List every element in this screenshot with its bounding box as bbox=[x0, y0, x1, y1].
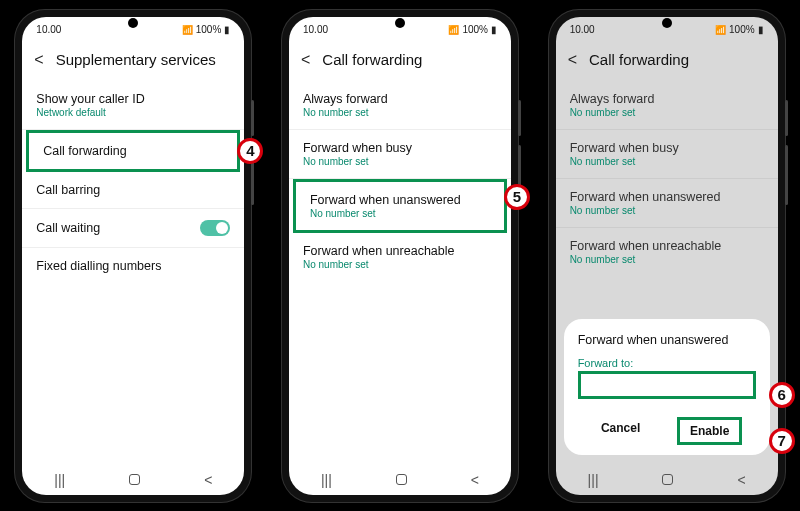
status-time: 10.00 bbox=[36, 24, 61, 35]
battery-text: 100% bbox=[196, 24, 222, 35]
battery-icon: ▮ bbox=[224, 24, 230, 35]
item-sub: No number set bbox=[303, 107, 497, 118]
item-sub: No number set bbox=[303, 259, 497, 270]
item-call-waiting[interactable]: Call waiting bbox=[22, 209, 244, 248]
nav-recents-icon[interactable]: ||| bbox=[588, 472, 599, 488]
item-fixed-dialling[interactable]: Fixed dialling numbers bbox=[22, 248, 244, 284]
camera-notch bbox=[662, 18, 672, 28]
item-caller-id[interactable]: Show your caller ID Network default bbox=[22, 81, 244, 130]
page-title: Call forwarding bbox=[322, 51, 422, 68]
step-number: 5 bbox=[513, 188, 521, 205]
dialog-title: Forward when unanswered bbox=[578, 333, 756, 347]
step-number: 4 bbox=[246, 142, 254, 159]
item-forward-busy: Forward when busy No number set bbox=[556, 130, 778, 179]
back-icon[interactable]: < bbox=[568, 51, 577, 69]
page-title: Supplementary services bbox=[56, 51, 216, 68]
item-label: Fixed dialling numbers bbox=[36, 259, 230, 273]
step-badge: 4 bbox=[237, 138, 263, 164]
item-sub: No number set bbox=[310, 208, 490, 219]
item-label: Always forward bbox=[303, 92, 497, 106]
nav-recents-icon[interactable]: ||| bbox=[54, 472, 65, 488]
nav-back-icon[interactable]: < bbox=[737, 472, 745, 488]
item-label: Forward when unreachable bbox=[570, 239, 764, 253]
step-badge: 5 bbox=[504, 184, 530, 210]
item-label: Forward when unreachable bbox=[303, 244, 497, 258]
item-label: Forward when unanswered bbox=[310, 193, 490, 207]
item-label: Call forwarding bbox=[43, 144, 223, 158]
item-call-barring[interactable]: Call barring bbox=[22, 172, 244, 209]
item-forward-busy[interactable]: Forward when busy No number set bbox=[289, 130, 511, 179]
item-forward-unreachable[interactable]: Forward when unreachable No number set bbox=[289, 233, 511, 281]
nav-back-icon[interactable]: < bbox=[204, 472, 212, 488]
screen: 10.00 📶 100% ▮ < Call forwarding Always … bbox=[289, 17, 511, 495]
camera-notch bbox=[395, 18, 405, 28]
page-title: Call forwarding bbox=[589, 51, 689, 68]
phone-frame-2: 10.00 📶 100% ▮ < Call forwarding Always … bbox=[282, 10, 518, 502]
nav-home-icon[interactable] bbox=[396, 474, 407, 485]
nav-home-icon[interactable] bbox=[662, 474, 673, 485]
back-icon[interactable]: < bbox=[34, 51, 43, 69]
item-label: Call barring bbox=[36, 183, 230, 197]
item-sub: No number set bbox=[570, 156, 764, 167]
item-label: Always forward bbox=[570, 92, 764, 106]
item-forward-unanswered: Forward when unanswered No number set bbox=[556, 179, 778, 228]
item-always-forward: Always forward No number set bbox=[556, 81, 778, 130]
item-forward-unreachable: Forward when unreachable No number set bbox=[556, 228, 778, 276]
settings-list: Always forward No number set Forward whe… bbox=[289, 81, 511, 465]
battery-text: 100% bbox=[729, 24, 755, 35]
item-sub: Network default bbox=[36, 107, 230, 118]
forward-to-input[interactable] bbox=[578, 371, 756, 399]
side-button bbox=[518, 100, 521, 136]
header: < Call forwarding bbox=[556, 43, 778, 81]
item-sub: No number set bbox=[570, 107, 764, 118]
nav-back-icon[interactable]: < bbox=[471, 472, 479, 488]
status-right: 📶 100% ▮ bbox=[715, 24, 764, 35]
nav-recents-icon[interactable]: ||| bbox=[321, 472, 332, 488]
cancel-button[interactable]: Cancel bbox=[591, 417, 650, 445]
toggle-switch[interactable] bbox=[200, 220, 230, 236]
item-label: Forward when unanswered bbox=[570, 190, 764, 204]
item-forward-unanswered[interactable]: Forward when unanswered No number set bbox=[293, 179, 507, 233]
signal-icon: 📶 bbox=[448, 25, 459, 35]
enable-button[interactable]: Enable bbox=[677, 417, 742, 445]
nav-bar: ||| < bbox=[289, 465, 511, 495]
dialog-sheet: Forward when unanswered Forward to: Canc… bbox=[564, 319, 770, 455]
dialog-actions: Cancel Enable bbox=[578, 417, 756, 445]
signal-icon: 📶 bbox=[715, 25, 726, 35]
nav-home-icon[interactable] bbox=[129, 474, 140, 485]
item-label: Show your caller ID bbox=[36, 92, 230, 106]
item-label: Call waiting bbox=[36, 221, 100, 235]
nav-bar: ||| < bbox=[22, 465, 244, 495]
step-badge: 7 bbox=[769, 428, 795, 454]
camera-notch bbox=[128, 18, 138, 28]
battery-text: 100% bbox=[462, 24, 488, 35]
item-sub: No number set bbox=[303, 156, 497, 167]
status-right: 📶 100% ▮ bbox=[448, 24, 497, 35]
settings-list: Show your caller ID Network default Call… bbox=[22, 81, 244, 465]
header: < Call forwarding bbox=[289, 43, 511, 81]
step-badge: 6 bbox=[769, 382, 795, 408]
item-call-forwarding[interactable]: Call forwarding bbox=[26, 130, 240, 172]
item-sub: No number set bbox=[570, 205, 764, 216]
battery-icon: ▮ bbox=[491, 24, 497, 35]
back-icon[interactable]: < bbox=[301, 51, 310, 69]
header: < Supplementary services bbox=[22, 43, 244, 81]
signal-icon: 📶 bbox=[182, 25, 193, 35]
nav-bar: ||| < bbox=[556, 465, 778, 495]
status-time: 10.00 bbox=[570, 24, 595, 35]
item-label: Forward when busy bbox=[570, 141, 764, 155]
battery-icon: ▮ bbox=[758, 24, 764, 35]
side-button bbox=[785, 145, 788, 205]
status-time: 10.00 bbox=[303, 24, 328, 35]
step-number: 7 bbox=[777, 432, 785, 449]
status-right: 📶 100% ▮ bbox=[182, 24, 231, 35]
item-sub: No number set bbox=[570, 254, 764, 265]
side-button bbox=[785, 100, 788, 136]
step-number: 6 bbox=[777, 386, 785, 403]
phone-frame-1: 10.00 📶 100% ▮ < Supplementary services … bbox=[15, 10, 251, 502]
item-label: Forward when busy bbox=[303, 141, 497, 155]
phone-frame-3: 10.00 📶 100% ▮ < Call forwarding Always … bbox=[549, 10, 785, 502]
dialog-label: Forward to: bbox=[578, 357, 756, 369]
screen: 10.00 📶 100% ▮ < Supplementary services … bbox=[22, 17, 244, 495]
item-always-forward[interactable]: Always forward No number set bbox=[289, 81, 511, 130]
